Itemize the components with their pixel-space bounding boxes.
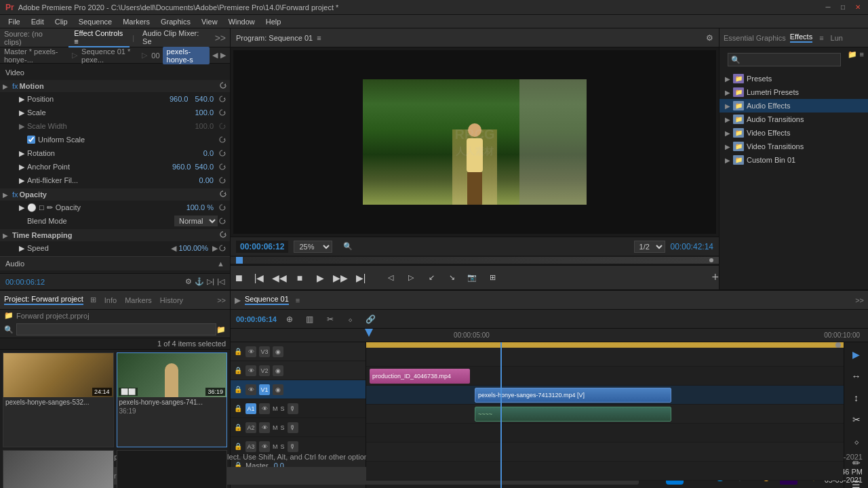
a1-lock[interactable]: 🔒 — [233, 404, 243, 413]
v3-content[interactable] — [366, 348, 844, 367]
program-scrubber[interactable] — [231, 257, 719, 264]
a3-label-btn[interactable]: A3 — [245, 441, 256, 452]
v3-lock[interactable]: 🔒 — [233, 347, 243, 357]
v2-content[interactable]: production_ID_4046738.mp4 — [366, 367, 844, 386]
ap-expand[interactable]: ▶ — [19, 163, 27, 171]
effects-tab-active[interactable]: Effects — [790, 33, 812, 43]
rt-select[interactable]: ▶ — [847, 345, 866, 364]
zoom-select[interactable]: 25% 50% 100% — [294, 241, 332, 253]
minimize-button[interactable]: ─ — [823, 3, 833, 12]
speed-next[interactable]: ▶ — [212, 244, 218, 253]
anti-flicker-value[interactable]: 0.00 — [199, 176, 214, 184]
maximize-button[interactable]: □ — [838, 3, 848, 12]
a2-content[interactable] — [366, 424, 844, 443]
add-btn[interactable]: + — [711, 270, 719, 285]
us-reset[interactable] — [218, 135, 227, 144]
effects-search-input[interactable] — [728, 53, 841, 66]
a2-lock[interactable]: 🔒 — [233, 423, 243, 432]
proj-panel-menu[interactable]: >> — [217, 296, 226, 304]
breadcrumb-sequence[interactable]: Sequence 01 * pexe... — [81, 47, 138, 64]
v2-eye[interactable]: 👁 — [245, 365, 256, 376]
v2-label-btn[interactable]: V2 — [259, 365, 270, 376]
ec-tool-anchor[interactable]: ⚓ — [195, 277, 204, 286]
motion-header[interactable]: ▶ fx Motion — [0, 80, 230, 92]
position-x[interactable]: 960.0 — [170, 95, 189, 103]
menu-markers[interactable]: Markers — [117, 15, 155, 28]
ratio-select[interactable]: 1/2 Full — [634, 241, 665, 253]
breadcrumb-prev[interactable]: ◀ — [212, 51, 218, 60]
bm-reset[interactable] — [218, 216, 227, 226]
clip-pexels[interactable]: pexels-honye-sanges-7413120.mp4 [V] — [475, 388, 671, 403]
opacity-header[interactable]: ▶ fx Opacity — [0, 188, 230, 201]
clip-production[interactable]: production_ID_4046738.mp4 — [370, 369, 470, 384]
a3-content[interactable] — [366, 443, 844, 462]
rot-expand[interactable]: ▶ — [19, 149, 27, 158]
v2-lock[interactable]: 🔒 — [233, 366, 243, 375]
pos-expand[interactable]: ▶ — [19, 95, 27, 104]
menu-file[interactable]: File — [3, 15, 26, 28]
project-search-input[interactable] — [16, 323, 216, 336]
tl-slip[interactable]: ⬦ — [343, 312, 358, 327]
menu-clip[interactable]: Clip — [50, 15, 73, 28]
menu-window[interactable]: Window — [223, 15, 260, 28]
a1-label-btn[interactable]: A1 — [245, 403, 256, 414]
position-reset[interactable] — [218, 94, 227, 104]
v3-eye[interactable]: 👁 — [245, 346, 256, 357]
v3-label-btn[interactable]: V3 — [259, 346, 270, 357]
opacity-reset[interactable] — [219, 190, 227, 199]
export-frame-btn[interactable]: 📷 — [464, 270, 480, 286]
program-timecode[interactable]: 00:00:06:12 — [236, 241, 288, 253]
v1-label-btn[interactable]: V1 — [259, 384, 270, 395]
uniform-scale-checkbox[interactable] — [27, 136, 35, 144]
lum-tab[interactable]: Lun — [831, 34, 843, 42]
v1-content[interactable]: pexels-honye-sanges-7413120.mp4 [V] — [366, 386, 844, 405]
a1-content[interactable]: ~~~~ — [366, 405, 844, 424]
anchor-x[interactable]: 960.0 — [172, 163, 191, 171]
step-forward-btn[interactable]: ▶▶ — [332, 270, 349, 286]
opacity-expand[interactable]: ▶ — [3, 191, 12, 199]
tab-effect-controls[interactable]: Effect Controls ≡ — [68, 28, 130, 47]
add-icon[interactable]: + — [711, 270, 719, 284]
audio-section-toggle[interactable]: ▲ — [217, 260, 224, 268]
motion-reset[interactable] — [219, 81, 227, 91]
a2-label-btn[interactable]: A2 — [245, 422, 256, 433]
tl-close[interactable]: >> — [855, 296, 864, 304]
opval-expand[interactable]: ▶ — [19, 203, 27, 212]
anchor-y[interactable]: 540.0 — [195, 163, 214, 171]
rotation-value[interactable]: 0.0 — [203, 149, 214, 157]
v3-toggle[interactable]: ◉ — [273, 346, 283, 357]
a3-eye[interactable]: 👁 — [259, 441, 270, 452]
history-tab[interactable]: History — [160, 296, 183, 304]
play-btn[interactable]: ▶ — [312, 270, 328, 286]
step-back-btn[interactable]: ◀◀ — [271, 270, 288, 286]
essential-graphics-tab[interactable]: Essential Graphics — [724, 34, 786, 42]
a2-eye[interactable]: 👁 — [259, 422, 270, 433]
tree-item-video-effects[interactable]: ▶ 📁 Video Effects — [719, 126, 868, 140]
proj-header-icon[interactable]: ⊞ — [90, 296, 96, 304]
a3-lock[interactable]: 🔒 — [233, 442, 243, 451]
media-item-4[interactable] — [117, 450, 228, 489]
trim-in-btn[interactable]: ▶| — [353, 270, 369, 286]
position-y[interactable]: 540.0 — [195, 95, 214, 103]
speed-expand[interactable]: ▶ — [19, 244, 27, 253]
transport-settings-btn[interactable]: ⊞ — [484, 270, 500, 286]
proj-new-folder[interactable]: 📁 — [216, 325, 226, 334]
af-reset[interactable] — [218, 176, 227, 185]
rt-slip[interactable]: ⬦ — [847, 432, 866, 451]
tree-item-presets[interactable]: ▶ 📁 Presets — [719, 72, 868, 85]
tl-snap[interactable]: 🔗 — [363, 312, 378, 327]
tree-item-lumetri[interactable]: ▶ 📁 Lumetri Presets — [719, 85, 868, 99]
a1-mic[interactable]: 🎙 — [288, 403, 298, 414]
opacity-pen[interactable]: ✏ — [47, 203, 53, 212]
opacity-val-value[interactable]: 100.0 % — [186, 203, 214, 211]
seq-timecode[interactable]: 00:00:06:14 — [236, 315, 277, 323]
breadcrumb-master[interactable]: Master * pexels-honye-... — [4, 47, 68, 64]
insert-btn[interactable]: ↙ — [423, 270, 439, 286]
zoom-btn[interactable]: 🔍 — [343, 242, 353, 251]
media-item-2[interactable]: 36:19 ⬜⬜ pexels-honye-sanges-741... 36:1… — [117, 352, 228, 447]
a1-eye[interactable]: 👁 — [259, 403, 270, 414]
clip-audio-a1[interactable]: ~~~~ — [475, 407, 671, 422]
pm-settings[interactable]: ⚙ — [706, 33, 713, 43]
overlay-btn[interactable]: ↘ — [443, 270, 460, 286]
loop-in-btn[interactable]: ◁ — [382, 270, 399, 286]
